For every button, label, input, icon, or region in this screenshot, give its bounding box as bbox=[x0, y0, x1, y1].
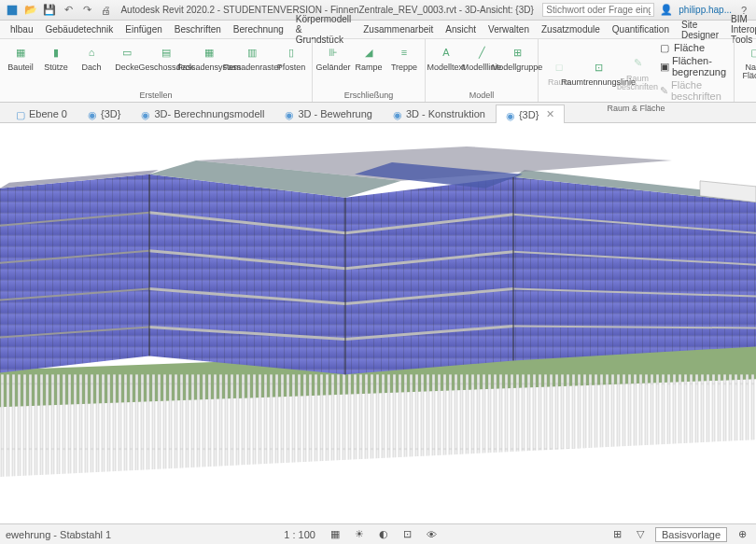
print-icon[interactable]: 🖨 bbox=[99, 4, 112, 17]
tool-flaechebeschriften[interactable]: ✎Fläche beschriften bbox=[658, 78, 730, 103]
close-tab-icon[interactable]: ✕ bbox=[546, 108, 554, 120]
hide-icon[interactable]: 👁 bbox=[423, 528, 441, 541]
viewport-3d[interactable] bbox=[0, 123, 756, 523]
user-icon[interactable]: 👤 bbox=[660, 4, 673, 17]
panel-title: Raum & Fläche bbox=[542, 103, 730, 113]
user-name[interactable]: philipp.hap... bbox=[679, 5, 732, 15]
tool-modelltext[interactable]: AModelltext bbox=[429, 41, 463, 73]
menu-item[interactable]: Verwalten bbox=[483, 22, 534, 36]
ribbon-panel-raum: □Raum ⊡Raumtrennungslinie ✎Raum beschrif… bbox=[539, 39, 735, 102]
open-icon[interactable]: 📂 bbox=[24, 4, 37, 17]
search-input[interactable] bbox=[542, 3, 654, 17]
menu-item[interactable]: hlbau bbox=[6, 22, 37, 36]
menu-item[interactable]: Ansicht bbox=[441, 22, 481, 36]
svg-marker-14 bbox=[149, 174, 345, 375]
select-icon[interactable]: ⊞ bbox=[609, 527, 625, 541]
tool-raumtrennung[interactable]: ⊡Raumtrennungslinie bbox=[578, 41, 619, 103]
ribbon: ▦Bauteil ▮Stütze ⌂Dach ▭Decke ▤Geschossd… bbox=[0, 39, 756, 103]
tool-fassadenraster[interactable]: ▥Fassadenraster bbox=[231, 41, 273, 73]
panel-title: Modell bbox=[429, 90, 534, 100]
menu-item[interactable]: Berechnung bbox=[229, 22, 288, 36]
svg-marker-20 bbox=[345, 177, 513, 375]
undo-icon[interactable]: ↶ bbox=[62, 4, 75, 17]
view-tab-active[interactable]: ◉{3D}✕ bbox=[496, 105, 565, 123]
menu-item[interactable]: Quantification bbox=[608, 22, 674, 36]
panel-title: Öffnung bbox=[738, 90, 756, 100]
status-template[interactable]: Basisvorlage bbox=[655, 527, 727, 542]
tool-raumbeschriften[interactable]: ✎Raum beschriften bbox=[621, 41, 654, 103]
ribbon-panel-modell: AModelltext ╱Modelllinie ⊞Modellgruppe M… bbox=[426, 39, 539, 102]
panel-title: Erstellen bbox=[4, 90, 308, 100]
status-scale[interactable]: 1 : 100 bbox=[280, 528, 319, 541]
menu-item[interactable]: Beschriften bbox=[170, 22, 226, 36]
save-icon[interactable]: 💾 bbox=[43, 4, 56, 17]
ribbon-panel-erschliessung: ⊪Geländer ◢Rampe ≡Treppe Erschließung bbox=[313, 39, 426, 102]
title-bar: 📂 💾 ↶ ↷ 🖨 Autodesk Revit 2020.2 - STUDEN… bbox=[0, 0, 756, 21]
ribbon-panel-erstellen: ▦Bauteil ▮Stütze ⌂Dach ▭Decke ▤Geschossd… bbox=[0, 39, 313, 102]
tool-raum[interactable]: □Raum bbox=[542, 41, 576, 103]
menu-item[interactable]: Einfügen bbox=[120, 22, 166, 36]
menu-item[interactable]: Site Designer bbox=[677, 18, 723, 42]
view-tab[interactable]: ◉3D - Bewehrung bbox=[274, 105, 383, 122]
tool-dach[interactable]: ⌂Dach bbox=[75, 41, 108, 73]
menu-item[interactable]: Zusatzmodule bbox=[537, 22, 605, 36]
svg-marker-25 bbox=[513, 177, 756, 361]
ribbon-panel-oeffnung: ▢Nach Fläche ▯Schacht ▭Wand ▮Vertikal ⌂G… bbox=[735, 39, 756, 102]
view-tab[interactable]: ◉3D - Konstruktion bbox=[383, 105, 496, 122]
tool-treppe[interactable]: ≡Treppe bbox=[387, 41, 421, 73]
tool-flaeche[interactable]: ▢Fläche bbox=[658, 41, 730, 54]
tool-nachflaeche[interactable]: ▢Nach Fläche bbox=[738, 41, 756, 81]
app-icon bbox=[6, 4, 19, 17]
tool-pfosten[interactable]: ▯Pfosten bbox=[274, 41, 308, 73]
shadows-icon[interactable]: ◐ bbox=[375, 527, 392, 541]
view-tab[interactable]: ◉3D- Berechnungsmodell bbox=[131, 105, 274, 122]
tool-gelaender[interactable]: ⊪Geländer bbox=[316, 41, 350, 73]
svg-marker-8 bbox=[0, 174, 149, 373]
menu-bar: hlbau Gebäudetechnik Einfügen Beschrifte… bbox=[0, 21, 756, 39]
sun-path-icon[interactable]: ☀ bbox=[351, 527, 368, 541]
tool-bauteil[interactable]: ▦Bauteil bbox=[4, 41, 37, 73]
svg-rect-0 bbox=[7, 5, 18, 15]
worksets-icon[interactable]: ⊕ bbox=[735, 527, 750, 541]
tool-stuetze[interactable]: ▮Stütze bbox=[39, 41, 73, 73]
tool-rampe[interactable]: ◢Rampe bbox=[352, 41, 385, 73]
redo-icon[interactable]: ↷ bbox=[80, 4, 93, 17]
panel-title: Erschließung bbox=[316, 90, 421, 100]
visual-style-icon[interactable]: ▦ bbox=[327, 527, 343, 541]
status-selection: ewehrung - Stabstahl 1 bbox=[6, 529, 111, 540]
status-bar: ewehrung - Stabstahl 1 1 : 100 ▦ ☀ ◐ ⊡ 👁… bbox=[0, 523, 756, 544]
crop-icon[interactable]: ⊡ bbox=[399, 527, 415, 541]
view-tab[interactable]: ▢Ebene 0 bbox=[6, 105, 77, 122]
menu-item[interactable]: Gebäudetechnik bbox=[40, 22, 118, 36]
filter-icon[interactable]: ▽ bbox=[633, 527, 648, 541]
view-tab[interactable]: ◉{3D} bbox=[77, 105, 131, 122]
tool-flaechenbegrenzung[interactable]: ▣Flächen- begrenzung bbox=[658, 54, 730, 78]
menu-item[interactable]: Zusammenarbeit bbox=[358, 22, 438, 36]
tool-modellgruppe[interactable]: ⊞Modellgruppe bbox=[500, 41, 534, 73]
